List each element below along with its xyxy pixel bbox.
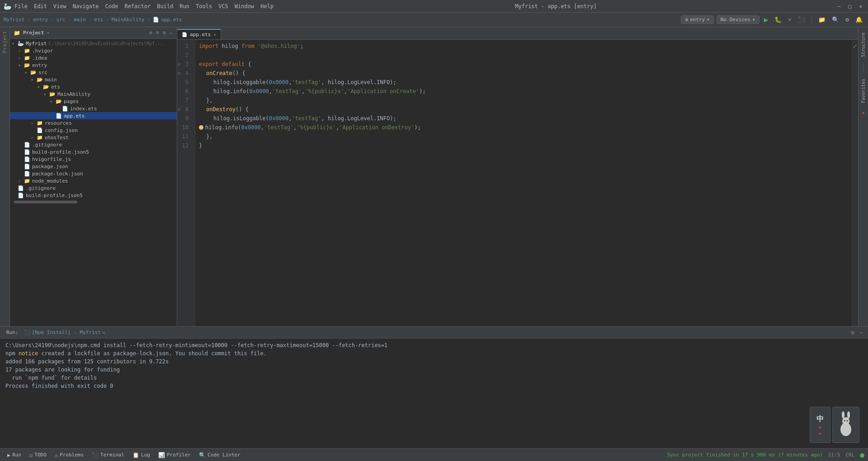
stop-button[interactable]: ⬛ xyxy=(796,15,807,24)
title-bar-right: — □ ✕ xyxy=(835,3,864,10)
log-icon: 📋 xyxy=(132,452,139,458)
line-numbers: 1 2 ⊟3 ⊟4 5 6 7 ⊟8 9 10 11 12 xyxy=(177,40,195,326)
tree-item-main[interactable]: ▾ 📂 main xyxy=(10,76,177,83)
menu-window[interactable]: Window xyxy=(232,2,257,10)
tab-close-button[interactable]: ✕ xyxy=(213,32,216,37)
bottom-hide-icon[interactable]: — xyxy=(859,329,864,337)
code-line-7[interactable]: }, xyxy=(195,96,852,105)
breadcrumb-entry[interactable]: entry xyxy=(33,17,48,23)
tree-item-node-modules[interactable]: › 📁 node_modules xyxy=(10,177,177,184)
minimize-button[interactable]: — xyxy=(835,3,843,10)
code-line-12[interactable]: } xyxy=(195,141,852,150)
btbar-profiler[interactable]: 📊 Profiler xyxy=(155,451,194,460)
menu-refactor[interactable]: Refactor xyxy=(122,2,153,10)
open-file-button[interactable]: 📁 xyxy=(816,15,827,24)
tree-icon-index-ets: 📄 xyxy=(61,105,69,112)
tree-item-mainability[interactable]: ▾ 📂 MainAbility xyxy=(10,90,177,98)
tree-item-resources[interactable]: › 📁 resources xyxy=(10,119,177,127)
code-line-6[interactable]: hilog.info(0x0000, 'testTag', '%{public}… xyxy=(195,87,852,96)
tree-item-hvigorfile[interactable]: 📄 hvigorfile.js xyxy=(10,155,177,163)
breadcrumb-main[interactable]: main xyxy=(74,17,86,23)
btbar-terminal[interactable]: ⬛ Terminal xyxy=(88,451,128,460)
token-paren-8: () { xyxy=(236,105,249,114)
menu-file[interactable]: File xyxy=(12,2,30,10)
tree-item-build-profile-2[interactable]: 📄 build-profile.json5 xyxy=(10,192,177,199)
favorites-star-icon[interactable]: ★ xyxy=(862,109,865,116)
run-config-dropdown[interactable]: ⚙ entry ▾ xyxy=(681,15,713,24)
search-button[interactable]: 🔍 xyxy=(830,15,841,24)
fold-icon-8[interactable]: ⊟ xyxy=(178,105,180,114)
tree-item-ets[interactable]: ▾ 📂 ets xyxy=(10,83,177,90)
bottom-settings-icon[interactable]: ⚙ xyxy=(850,329,856,337)
menu-code[interactable]: Code xyxy=(103,2,121,10)
tree-item-package-lock[interactable]: 📄 package-lock.json xyxy=(10,170,177,177)
code-line-11[interactable]: }, xyxy=(195,132,852,141)
close-button[interactable]: ✕ xyxy=(857,3,864,10)
code-line-3[interactable]: export default { xyxy=(195,60,852,69)
run-tab[interactable]: ⬛ [Npm Install] - Myfrist ✕ xyxy=(21,328,108,337)
structure-panel-toggle[interactable]: Structure xyxy=(860,29,867,61)
project-panel-toggle[interactable]: Project xyxy=(1,29,8,55)
fold-icon-3[interactable]: ⊟ xyxy=(178,60,180,69)
profile-button[interactable]: ⚡ xyxy=(786,15,793,24)
menu-edit[interactable]: Edit xyxy=(31,2,50,10)
code-line-9[interactable]: hilog.isLoggable(0x0000, 'testTag', hilo… xyxy=(195,114,852,123)
btbar-run[interactable]: ▶ Run xyxy=(4,451,25,460)
toolbar: Myfrist › entry › src › main › ets › Mai… xyxy=(0,13,868,27)
device-dropdown[interactable]: No Devices ▾ xyxy=(717,15,760,24)
tree-item-gitignore-2[interactable]: 📄 .gitignore xyxy=(10,184,177,192)
tree-item-app-ets[interactable]: 📄 app.ets xyxy=(10,112,177,119)
tree-item-entry[interactable]: ▾ 📂 entry xyxy=(10,61,177,69)
tab-app-ets[interactable]: 📄 app.ets ✕ xyxy=(177,29,221,39)
tree-item-package-json[interactable]: 📄 package.json xyxy=(10,163,177,170)
code-line-10[interactable]: hilog.info(0x0000, 'testTag', '%{public}… xyxy=(195,123,852,132)
btbar-problems[interactable]: ⚠ Problems xyxy=(51,451,87,460)
debug-button[interactable]: 🐛 xyxy=(773,15,783,24)
menu-build[interactable]: Build xyxy=(154,2,176,10)
breadcrumb-mainability[interactable]: MainAbility xyxy=(112,17,145,23)
project-dropdown-arrow[interactable]: ▾ xyxy=(47,30,49,35)
fold-icon-4[interactable]: ⊟ xyxy=(178,69,180,78)
breadcrumb-ets[interactable]: ets xyxy=(94,17,103,23)
run-tab-close[interactable]: ✕ xyxy=(103,330,105,335)
project-settings-icon[interactable]: ⚙ xyxy=(162,29,167,36)
btbar-log[interactable]: 📋 Log xyxy=(129,451,154,460)
tree-item-gitignore-1[interactable]: 📄 .gitignore xyxy=(10,141,177,148)
btbar-code-linter[interactable]: 🔍 Code Linter xyxy=(195,451,244,460)
code-line-8[interactable]: onDestroy() { xyxy=(195,105,852,114)
favorites-panel-toggle[interactable]: Favorites xyxy=(860,75,867,107)
code-content[interactable]: import hilog from '@ohos.hilog'; export … xyxy=(195,40,852,326)
tree-item-src[interactable]: ▾ 📂 src xyxy=(10,69,177,76)
project-hide-icon[interactable]: — xyxy=(168,29,173,36)
breadcrumb-myfrist[interactable]: Myfrist xyxy=(4,17,24,23)
code-line-4[interactable]: onCreate() { xyxy=(195,69,852,78)
tree-item-hvigor[interactable]: › 📁 .hvigor xyxy=(10,47,177,54)
menu-view[interactable]: View xyxy=(51,2,69,10)
menu-tools[interactable]: Tools xyxy=(193,2,215,10)
breadcrumb-appets[interactable]: app.ets xyxy=(161,17,182,23)
tree-item-idea[interactable]: › 📁 .idea xyxy=(10,54,177,61)
menu-navigate[interactable]: Navigate xyxy=(70,2,102,10)
tree-item-ohostest[interactable]: › 📁 ohosTest xyxy=(10,134,177,141)
tree-item-index-ets[interactable]: 📄 index.ets xyxy=(10,105,177,112)
tree-item-build-profile-1[interactable]: 📄 build-profile.json5 xyxy=(10,148,177,155)
menu-vcs[interactable]: VCS xyxy=(216,2,231,10)
breadcrumb-src[interactable]: src xyxy=(57,17,66,23)
btbar-todo[interactable]: ☑ TODO xyxy=(26,451,50,460)
terminal-line-2: npm notice created a lockfile as package… xyxy=(5,349,863,358)
tree-item-pages[interactable]: ▾ 📂 pages xyxy=(10,98,177,105)
project-collapse-icon[interactable]: ≡ xyxy=(155,29,160,36)
code-line-5[interactable]: hilog.isLoggable(0x0000, 'testTag', hilo… xyxy=(195,78,852,87)
tree-item-myfrist[interactable]: ▾ 🦢 Myfrist C:\Users\24190\DevEcoStudioP… xyxy=(10,40,177,47)
notifications-button[interactable]: 🔔 xyxy=(854,15,864,24)
code-line-2[interactable] xyxy=(195,51,852,60)
menu-run[interactable]: Run xyxy=(177,2,192,10)
run-button[interactable]: ▶ xyxy=(762,14,770,25)
maximize-button[interactable]: □ xyxy=(846,3,854,10)
menu-help[interactable]: Help xyxy=(258,2,276,10)
code-line-1[interactable]: import hilog from '@ohos.hilog'; xyxy=(195,42,852,51)
run-config-icon: ⚙ xyxy=(685,17,688,23)
settings-button[interactable]: ⚙ xyxy=(844,15,851,24)
project-locate-icon[interactable]: ⊕ xyxy=(149,29,154,36)
tree-item-config-json[interactable]: 📄 config.json xyxy=(10,127,177,134)
